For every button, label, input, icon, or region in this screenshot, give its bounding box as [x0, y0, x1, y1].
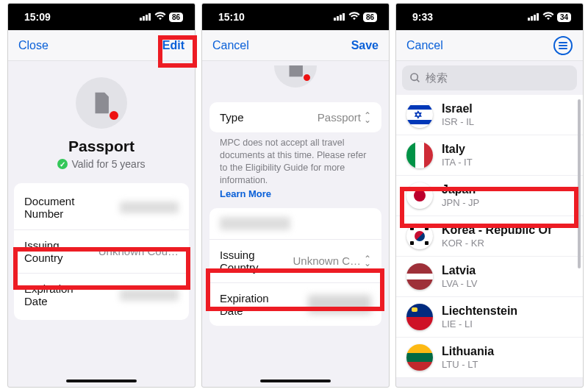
status-time: 15:10 — [218, 11, 245, 23]
country-name: Israel — [442, 102, 474, 115]
screen-passport-edit: 15:10 86 Cancel Save Type Passport — [201, 3, 390, 388]
wifi-icon — [154, 11, 166, 23]
country-row-latvia[interactable]: LatviaLVA - LV — [396, 257, 583, 297]
check-icon: ✓ — [57, 159, 68, 169]
status-time: 9:33 — [412, 11, 433, 23]
row-document-number: Document Number — [14, 186, 189, 229]
flag-icon — [406, 344, 433, 371]
status-right: 86 — [334, 11, 377, 23]
row-type[interactable]: Type Passport ⌃⌄ — [209, 102, 381, 132]
search-icon — [409, 72, 421, 84]
svg-rect-6 — [340, 15, 342, 21]
doc-number-label: Document Number — [24, 195, 74, 221]
country-row-liech[interactable]: LiechtensteinLIE - LI — [396, 297, 583, 338]
status-bar: 15:10 86 — [202, 4, 389, 30]
issuing-country-label: Issuing Country — [220, 249, 259, 274]
country-name: Korea - Republic Of — [442, 224, 551, 237]
svg-rect-7 — [343, 13, 345, 21]
svg-rect-1 — [143, 16, 145, 21]
flag-icon — [406, 182, 433, 209]
battery-icon: 86 — [363, 13, 377, 22]
row-expiration[interactable]: Expiration Date — [209, 282, 381, 326]
save-button[interactable]: Save — [351, 39, 379, 52]
wifi-icon — [542, 11, 554, 23]
details-card: Document Number Issuing Country Unknown … — [14, 183, 189, 320]
issuing-country-value[interactable]: Unknown C… ⌃⌄ — [293, 254, 371, 267]
learn-more-link[interactable]: Learn More — [209, 188, 381, 204]
red-dot-icon — [108, 110, 120, 121]
svg-line-13 — [417, 79, 419, 82]
flag-icon — [406, 142, 433, 168]
country-row-japan[interactable]: JapanJPN - JP — [396, 176, 583, 216]
row-issuing-country[interactable]: Issuing Country Unknown Cou… — [14, 229, 189, 274]
document-icon — [76, 77, 127, 129]
expiration-value — [120, 289, 179, 301]
validity-label: Valid for 5 years — [71, 158, 145, 170]
nav-bar: Cancel — [396, 30, 583, 61]
red-dot-icon — [302, 73, 312, 82]
status-time: 15:09 — [24, 11, 51, 23]
nav-bar: Cancel Save — [202, 30, 389, 61]
country-row-israel[interactable]: ✡IsraelISR - IL — [396, 95, 583, 135]
cellular-icon — [528, 11, 539, 23]
flag-icon — [406, 304, 433, 330]
country-name: Japan — [442, 183, 479, 196]
flag-icon — [406, 263, 433, 290]
svg-rect-5 — [337, 16, 339, 21]
country-name: Italy — [442, 143, 473, 156]
document-title: Passport — [8, 138, 195, 155]
chevron-updown-icon: ⌃⌄ — [364, 257, 371, 266]
type-label: Type — [220, 111, 244, 124]
wifi-icon — [348, 11, 360, 23]
flag-icon — [406, 223, 433, 249]
issuing-country-label: Issuing Country — [24, 239, 63, 265]
expiration-label: Expiration Date — [24, 282, 74, 308]
cancel-button[interactable]: Cancel — [212, 39, 249, 52]
row-expiration: Expiration Date — [14, 273, 189, 317]
country-row-korea[interactable]: Korea - Republic OfKOR - KR — [396, 216, 583, 257]
cancel-button[interactable]: Cancel — [406, 39, 443, 52]
svg-rect-0 — [140, 18, 142, 21]
svg-rect-10 — [534, 15, 536, 21]
menu-button[interactable] — [553, 36, 573, 55]
svg-rect-4 — [334, 18, 336, 21]
country-code: KOR - KR — [442, 238, 551, 249]
svg-rect-8 — [528, 18, 530, 21]
country-code: LIE - LI — [442, 318, 517, 329]
status-right: 34 — [528, 11, 571, 23]
country-name: Lithuania — [442, 345, 494, 358]
row-document-number[interactable] — [209, 208, 381, 239]
validity-text: ✓ Valid for 5 years — [8, 158, 195, 170]
country-row-lith[interactable]: LithuaniaLTU - LT — [396, 338, 583, 378]
search-input[interactable]: 検索 — [402, 65, 577, 90]
cellular-icon — [140, 11, 151, 23]
close-button[interactable]: Close — [18, 39, 49, 52]
screen-country-picker: 9:33 34 Cancel 検索 ✡IsraelISR - ILItalyIT… — [395, 3, 584, 388]
expiration-label: Expiration Date — [220, 292, 269, 317]
expiration-value — [308, 295, 371, 314]
flag-icon: ✡ — [406, 101, 433, 128]
edit-button[interactable]: Edit — [162, 39, 184, 52]
status-bar: 9:33 34 — [396, 4, 583, 30]
country-code: JPN - JP — [442, 197, 479, 208]
svg-rect-3 — [148, 13, 151, 21]
row-issuing-country[interactable]: Issuing Country Unknown C… ⌃⌄ — [209, 239, 381, 282]
svg-rect-11 — [537, 13, 539, 21]
status-bar: 15:09 86 — [8, 4, 195, 30]
country-name: Latvia — [442, 264, 477, 277]
doc-number-value — [220, 217, 290, 230]
country-list[interactable]: ✡IsraelISR - ILItalyITA - ITJapanJPN - J… — [396, 95, 583, 378]
search-placeholder: 検索 — [426, 71, 448, 85]
scrollbar[interactable] — [578, 99, 581, 268]
screen-passport-view: 15:09 86 Close Edit Passport ✓ Valid for… — [7, 3, 196, 388]
country-row-italy[interactable]: ItalyITA - IT — [396, 135, 583, 176]
type-value[interactable]: Passport ⌃⌄ — [318, 111, 371, 124]
menu-icon — [559, 42, 567, 49]
country-code: ISR - IL — [442, 116, 474, 127]
home-indicator[interactable] — [260, 379, 331, 382]
status-right: 86 — [140, 11, 183, 23]
svg-point-12 — [411, 74, 417, 80]
home-indicator[interactable] — [66, 379, 137, 382]
doc-number-value — [120, 202, 179, 213]
nav-bar: Close Edit — [8, 30, 195, 61]
